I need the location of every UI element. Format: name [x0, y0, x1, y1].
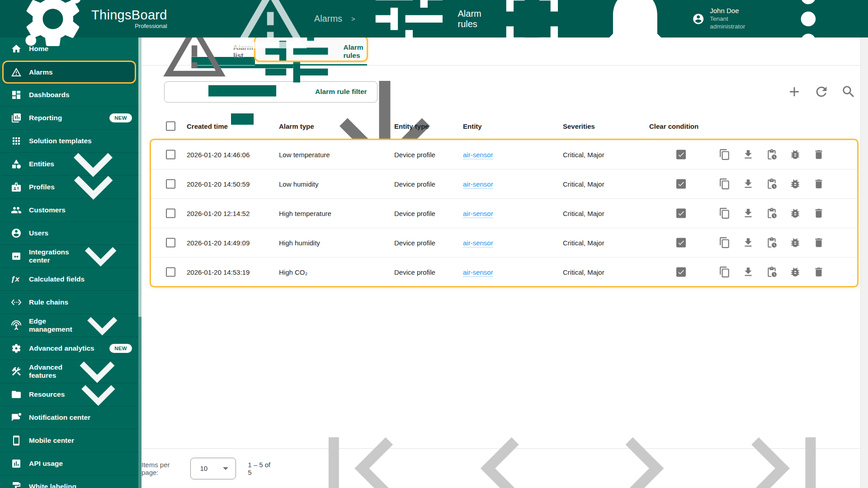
delete-button[interactable]: [813, 149, 825, 160]
sidebar-scrollbar-thumb[interactable]: [138, 38, 142, 317]
notifications-button[interactable]: [591, 0, 679, 63]
copy-button[interactable]: [719, 149, 731, 160]
sidebar-item-alarms[interactable]: Alarms: [2, 61, 136, 84]
delete-icon: [813, 149, 825, 160]
delete-button[interactable]: [813, 266, 825, 278]
sidebar-item-profiles[interactable]: Profiles: [0, 176, 138, 199]
entity-link[interactable]: air-sensor: [463, 151, 493, 160]
integrations-icon: [11, 251, 22, 262]
sidebar-item-label: Dashboards: [29, 91, 70, 99]
first-page-button[interactable]: [297, 406, 422, 488]
pending-actions-button[interactable]: [766, 178, 778, 190]
page-title: Alarm rules: [458, 9, 488, 29]
delete-button[interactable]: [813, 178, 825, 190]
download-button[interactable]: [742, 266, 754, 278]
previous-page-button[interactable]: [439, 406, 563, 488]
row-checkbox[interactable]: [166, 267, 175, 277]
download-button[interactable]: [742, 237, 754, 249]
add-button[interactable]: [787, 84, 802, 99]
sidebar-item-integrations-center[interactable]: Integrations center: [0, 245, 138, 268]
copy-button[interactable]: [719, 178, 731, 190]
table-row[interactable]: 2026-01-20 14:49:09 High humidity Device…: [151, 228, 858, 257]
copy-button[interactable]: [719, 237, 731, 249]
cell-alarm-type: Low temperature: [279, 151, 330, 159]
download-button[interactable]: [742, 178, 754, 190]
download-button[interactable]: [742, 149, 754, 160]
clear-condition-checkbox[interactable]: [676, 150, 686, 160]
sidebar-item-label: Customers: [29, 206, 66, 214]
pending-actions-icon: [766, 237, 778, 249]
delete-button[interactable]: [813, 237, 825, 249]
debug-button[interactable]: [789, 178, 801, 190]
pending-actions-button[interactable]: [766, 237, 778, 249]
sidebar-item-label: Edge management: [29, 317, 72, 333]
debug-button[interactable]: [789, 237, 801, 249]
copy-button[interactable]: [719, 207, 731, 219]
breadcrumb-alarm-rules: Alarm rules: [364, 0, 488, 63]
sidebar-item-customers[interactable]: Customers: [0, 199, 138, 222]
avatar[interactable]: [692, 9, 704, 28]
entity-link[interactable]: air-sensor: [463, 239, 493, 248]
items-per-page-select[interactable]: 10: [190, 458, 236, 479]
fullscreen-button[interactable]: [488, 0, 576, 63]
refresh-button[interactable]: [814, 84, 829, 99]
sidebar-item-dashboards[interactable]: Dashboards: [0, 84, 138, 107]
clear-condition-checkbox[interactable]: [676, 267, 686, 277]
column-header-entity[interactable]: Entity: [463, 122, 482, 130]
sidebar-scrollbar[interactable]: [138, 38, 142, 488]
search-button[interactable]: [841, 84, 856, 99]
column-header-clear-condition[interactable]: Clear condition: [649, 122, 698, 130]
user-info[interactable]: John Doe Tenant administrator: [710, 7, 746, 31]
sidebar-item-calculated-fields[interactable]: ƒx Calculated fields: [0, 268, 138, 291]
breadcrumb-alarms[interactable]: Alarms: [231, 0, 342, 59]
delete-button[interactable]: [813, 207, 825, 219]
last-page-button[interactable]: [722, 406, 847, 488]
select-caret-icon: [223, 467, 228, 470]
clear-condition-checkbox[interactable]: [676, 209, 686, 218]
clear-condition-checkbox[interactable]: [676, 238, 686, 248]
column-header-severities[interactable]: Severities: [563, 122, 595, 130]
content-scrollbar[interactable]: [860, 38, 868, 488]
table-row[interactable]: 2026-01-20 14:46:06 Low temperature Devi…: [151, 140, 858, 169]
column-header-entity-type[interactable]: Entity type: [394, 122, 429, 130]
sidebar-item-edge-management[interactable]: Edge management: [0, 314, 138, 337]
table-row[interactable]: 2026-01-20 14:53:19 High CO₂ Device prof…: [151, 257, 858, 286]
profiles-icon: [11, 182, 22, 192]
sidebar-item-resources[interactable]: Resources: [0, 383, 138, 406]
cell-alarm-type: High humidity: [279, 239, 320, 247]
debug-button[interactable]: [789, 266, 801, 278]
download-button[interactable]: [742, 207, 754, 219]
row-checkbox[interactable]: [166, 209, 175, 218]
debug-button[interactable]: [789, 149, 801, 160]
column-header-created-time[interactable]: Created time: [187, 122, 228, 130]
sidebar-item-api-usage[interactable]: API usage: [0, 452, 138, 475]
entity-link[interactable]: air-sensor: [463, 268, 493, 277]
copy-icon: [719, 266, 731, 278]
thingsboard-app: ThingsBoard Professional Alarms > Alarm …: [0, 0, 868, 488]
pending-actions-button[interactable]: [766, 207, 778, 219]
debug-button[interactable]: [789, 207, 801, 219]
entity-link[interactable]: air-sensor: [463, 210, 493, 218]
sidebar-item-notification-center[interactable]: Notification center: [0, 406, 138, 429]
cell-severities: Critical, Major: [563, 180, 604, 188]
main-content: Alarm list Alarm rules Alarm rule filter: [142, 38, 868, 488]
table-row[interactable]: 2026-01-20 12:14:52 High temperature Dev…: [151, 198, 858, 228]
next-page-button[interactable]: [581, 406, 705, 488]
sidebar-item-white-labeling[interactable]: White labeling: [0, 475, 138, 488]
sidebar-item-label: Advanced features: [29, 363, 62, 380]
row-checkbox[interactable]: [166, 238, 175, 248]
select-all-checkbox[interactable]: [166, 122, 175, 131]
table-row[interactable]: 2026-01-20 14:50:59 Low humidity Device …: [151, 169, 858, 198]
more-menu-button[interactable]: [764, 0, 853, 63]
row-actions: [719, 237, 825, 249]
pending-actions-button[interactable]: [766, 149, 778, 160]
entity-link[interactable]: air-sensor: [463, 180, 493, 189]
logo[interactable]: ThingsBoard Professional: [19, 0, 167, 52]
row-checkbox[interactable]: [166, 150, 175, 160]
sidebar-item-mobile-center[interactable]: Mobile center: [0, 429, 138, 452]
row-checkbox[interactable]: [166, 179, 175, 189]
pending-actions-button[interactable]: [766, 266, 778, 278]
clear-condition-checkbox[interactable]: [676, 179, 686, 189]
refresh-icon: [814, 84, 829, 99]
copy-button[interactable]: [719, 266, 731, 278]
